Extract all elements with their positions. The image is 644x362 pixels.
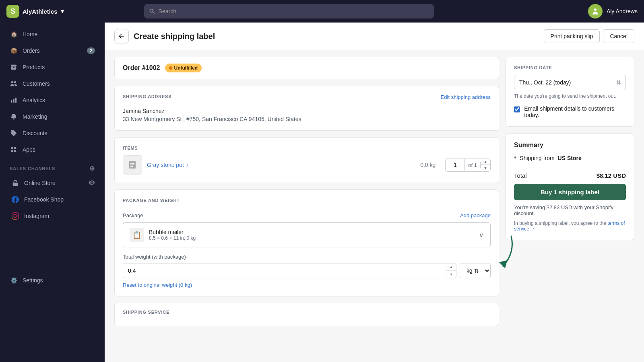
cancel-button[interactable]: Cancel: [603, 29, 634, 43]
page-header-actions: Print packing slip Cancel: [544, 29, 634, 43]
summary-divider: [514, 167, 626, 167]
package-section-label: PACKAGE AND WEIGHT: [123, 198, 180, 203]
sidebar-item-customers[interactable]: Customers: [3, 76, 101, 92]
order-number: Order #1002: [123, 64, 160, 72]
total-row: Total $8.12 USD: [514, 172, 626, 179]
back-button[interactable]: [114, 29, 129, 43]
sidebar-label-analytics: Analytics: [23, 97, 45, 103]
add-sales-channel-button[interactable]: ⊕: [89, 165, 95, 172]
summary-title: Summary: [514, 142, 626, 149]
shipping-address-section-label: SHIPPING ADDRESS: [123, 94, 171, 99]
summary-shipping-from-row: • Shipping from US Store: [514, 154, 626, 162]
sidebar-item-facebook-shop[interactable]: Facebook Shop: [3, 191, 101, 208]
apps-icon: [10, 146, 18, 154]
package-weight-card: PACKAGE AND WEIGHT Package Add package 📋…: [114, 189, 499, 296]
status-dot-icon: [169, 66, 172, 70]
discounts-icon: [10, 129, 18, 137]
items-card: ITEMS Gray stone pot 0.0 kg of 1 ▲: [114, 137, 499, 183]
sidebar-label-online-store: Online Store: [24, 180, 56, 186]
main-content: Create shipping label Print packing slip…: [105, 23, 644, 362]
sidebar-item-instagram[interactable]: Instagram: [3, 208, 101, 224]
search-icon: [149, 8, 155, 14]
product-thumbnail: [123, 155, 142, 175]
sidebar-item-orders[interactable]: 📦 Orders 2: [3, 43, 101, 59]
order-header-card: Order #1002 Unfulfilled: [114, 57, 499, 79]
weight-increase-button[interactable]: ▲: [446, 263, 456, 271]
sidebar-label-marketing: Marketing: [23, 113, 47, 120]
shipping-date-hint: The date you're going to send the shipme…: [514, 93, 626, 99]
sidebar-item-settings[interactable]: ⚙️ Settings: [3, 272, 101, 288]
orders-badge: 2: [87, 47, 95, 54]
sidebar-item-apps[interactable]: Apps: [3, 142, 101, 158]
items-section-label: ITEMS: [123, 146, 491, 150]
search-bar: [144, 4, 434, 19]
date-select-wrapper: Thu., Oct. 22 (today) ⇅: [514, 75, 626, 90]
package-dropdown[interactable]: 📋 Bubble mailer 8.5 × 0.6 × 11 in, 0 kg …: [123, 222, 491, 247]
total-amount: $8.12 USD: [597, 172, 626, 179]
sidebar-item-products[interactable]: Products: [3, 59, 101, 75]
quantity-decrease-button[interactable]: ▼: [481, 165, 490, 171]
user-menu[interactable]: Aly Andrews: [588, 4, 638, 19]
sidebar-label-apps: Apps: [23, 146, 35, 153]
quantity-of-label: of 1: [465, 162, 481, 168]
tos-prefix: In buying a shipping label, you agree to…: [514, 220, 606, 226]
right-panel: SHIPPING DATE Thu., Oct. 22 (today) ⇅ Th…: [506, 57, 634, 240]
shipping-service-label: SHIPPING SERVICE: [123, 310, 491, 315]
item-weight: 0.0 kg: [420, 162, 436, 168]
page-header: Create shipping label Print packing slip…: [105, 23, 644, 50]
eye-icon[interactable]: [89, 179, 95, 187]
quantity-increase-button[interactable]: ▲: [481, 158, 490, 165]
total-weight-label: Total weight (with package): [123, 254, 491, 260]
brand[interactable]: S AlyAthletics ▾: [6, 5, 64, 18]
sidebar-item-analytics[interactable]: Analytics: [3, 92, 101, 108]
settings-icon: ⚙️: [10, 276, 18, 284]
facebook-icon: [11, 195, 19, 204]
sidebar: 🏠 Home 📦 Orders 2 Products Customers Ana…: [0, 23, 105, 362]
package-name: Bubble mailer: [149, 229, 479, 235]
email-checkbox-row: Email shipment details to customers toda…: [514, 105, 626, 118]
topbar: S AlyAthletics ▾ Aly Andrews: [0, 0, 644, 23]
weight-input[interactable]: [123, 264, 446, 277]
quantity-stepper: of 1 ▲ ▼: [445, 158, 491, 172]
sidebar-label-home: Home: [23, 31, 37, 37]
products-icon: [10, 63, 18, 71]
weight-decrease-button[interactable]: ▼: [446, 271, 456, 278]
orders-icon: 📦: [10, 47, 18, 55]
sidebar-item-marketing[interactable]: Marketing: [3, 109, 101, 125]
chevron-down-icon: ∨: [479, 231, 484, 239]
status-badge: Unfulfilled: [165, 64, 202, 72]
sidebar-item-discounts[interactable]: Discounts: [3, 125, 101, 141]
customers-icon: [10, 80, 18, 88]
edit-shipping-address-link[interactable]: Edit shipping address: [441, 94, 491, 100]
sidebar-label-products: Products: [23, 64, 45, 70]
weight-unit-select[interactable]: kg ⇅ lb ⇅ oz ⇅ g ⇅: [460, 263, 491, 278]
online-store-icon: [11, 179, 19, 187]
search-input[interactable]: [159, 8, 429, 14]
sidebar-label-orders: Orders: [23, 47, 40, 54]
brand-chevron-icon: ▾: [61, 8, 64, 15]
product-name-link[interactable]: Gray stone pot: [147, 162, 188, 168]
summary-card: Summary • Shipping from US Store Total $…: [506, 133, 634, 240]
shopify-logo-icon: S: [6, 5, 19, 18]
buy-shipping-label-button[interactable]: Buy 1 shipping label: [514, 184, 626, 200]
sidebar-item-home[interactable]: 🏠 Home: [3, 26, 101, 42]
saving-text: You're saving $2.83 USD with your Shopif…: [514, 204, 626, 216]
shipping-date-section-label: SHIPPING DATE: [514, 65, 626, 70]
marketing-icon: [10, 113, 18, 121]
shipping-date-select[interactable]: Thu., Oct. 22 (today): [514, 75, 626, 90]
address-line: 33 New Montgomery St , #750, San Francis…: [123, 116, 491, 122]
sidebar-item-online-store[interactable]: Online Store: [3, 175, 101, 191]
shipping-from-label: Shipping from: [520, 155, 554, 161]
email-shipment-checkbox[interactable]: [514, 106, 520, 113]
quantity-input[interactable]: [446, 159, 465, 171]
shipping-service-card: SHIPPING SERVICE: [114, 303, 499, 326]
item-row: Gray stone pot 0.0 kg of 1 ▲ ▼: [123, 155, 491, 175]
print-packing-slip-button[interactable]: Print packing slip: [544, 29, 600, 43]
add-package-link[interactable]: Add package: [460, 212, 491, 218]
sales-channels-section: SALES CHANNELS ⊕: [0, 158, 105, 175]
sidebar-label-customers: Customers: [23, 80, 50, 87]
reset-weight-link[interactable]: Reset to original weight (0 kg): [123, 282, 192, 288]
sales-channels-label: SALES CHANNELS: [10, 166, 55, 171]
store-name: US Store: [558, 155, 582, 161]
email-checkbox-label[interactable]: Email shipment details to customers toda…: [524, 105, 626, 118]
